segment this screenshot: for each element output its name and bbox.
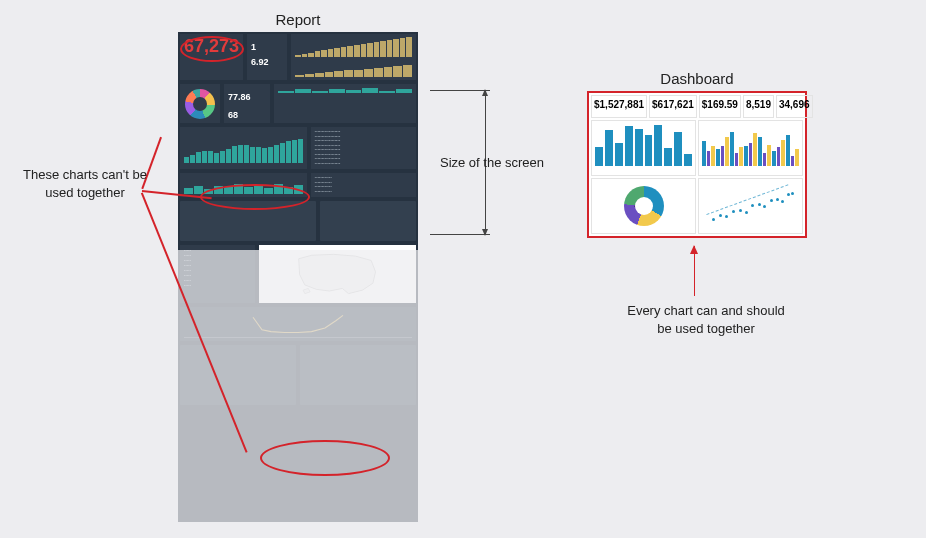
ellipse-annotation-1 bbox=[180, 36, 244, 62]
left-caption: These charts can't be used together bbox=[10, 166, 160, 201]
dashboard-caption: Every chart can and should be used toget… bbox=[626, 302, 786, 337]
report-line-big bbox=[180, 307, 416, 341]
dashboard-multi-bars bbox=[698, 120, 803, 176]
kpi-1: $1,527,881 bbox=[591, 95, 647, 118]
screen-size-label: Size of the screen bbox=[432, 155, 552, 170]
report-heat-bottom bbox=[300, 345, 416, 405]
dashboard-kpi-row: $1,527,881 $617,621 $169.59 8,519 34,696 bbox=[591, 95, 803, 118]
report-stacked-bars-top bbox=[291, 34, 416, 80]
report-title: Report bbox=[178, 11, 418, 28]
report-list-3 bbox=[320, 201, 416, 241]
dashboard-column: Dashboard $1,527,881 $617,621 $169.59 8,… bbox=[587, 70, 807, 238]
kpi-5: 34,696 bbox=[776, 95, 813, 118]
report-list-2: ▪▪▪▪▪▪▪▪▪▪▪▪▪▪▪▪▪▪▪▪▪▪▪▪▪▪▪▪▪▪▪▪▪▪▪▪▪▪▪▪… bbox=[311, 173, 416, 197]
report-green-histogram bbox=[180, 127, 307, 169]
kpi-3: $169.59 bbox=[699, 95, 741, 118]
report-line-mini-1 bbox=[274, 84, 416, 123]
report-list: ▪▪▪▪▪▪▪▪▪▪▪▪▪▪▪▪▪▪▪▪▪▪▪▪▪▪▪▪▪▪▪▪▪▪▪▪▪▪▪▪… bbox=[311, 127, 416, 169]
report-stat-4: 77.86 68 bbox=[224, 84, 270, 123]
dashboard-border: $1,527,881 $617,621 $169.59 8,519 34,696 bbox=[587, 91, 807, 238]
kpi-4: 8,519 bbox=[743, 95, 774, 118]
dashboard-scatter bbox=[698, 178, 803, 234]
report-scatter-bottom bbox=[180, 345, 296, 405]
ellipse-annotation-2 bbox=[200, 184, 310, 210]
dashboard-title: Dashboard bbox=[587, 70, 807, 87]
kpi-2: $617,621 bbox=[649, 95, 697, 118]
dashboard-blue-bars bbox=[591, 120, 696, 176]
report-usa-map bbox=[259, 245, 416, 303]
report-stat-2: 1 6.92 bbox=[247, 34, 287, 80]
usa-map-icon bbox=[293, 250, 383, 298]
report-donut bbox=[180, 84, 220, 123]
dashboard-arrow bbox=[694, 246, 695, 296]
report-side-list: ▪▪▪▪▪▪▪▪▪▪▪▪▪▪▪▪▪▪▪▪▪▪▪▪▪▪▪▪▪▪▪▪▪▪▪▪▪▪▪▪ bbox=[180, 245, 255, 303]
ellipse-annotation-3 bbox=[260, 440, 390, 476]
dashboard-donut: 49,592 bbox=[591, 178, 696, 234]
